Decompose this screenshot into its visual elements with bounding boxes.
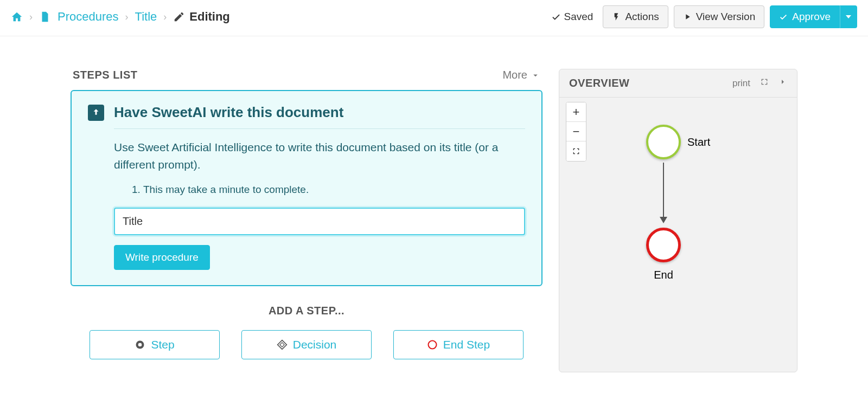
- add-decision-button[interactable]: Decision: [241, 330, 372, 359]
- ai-card-notes: This may take a minute to complete.: [143, 184, 525, 196]
- overview-panel: OVERVIEW print + − Start: [559, 69, 797, 372]
- breadcrumb-procedures[interactable]: Procedures: [58, 10, 119, 24]
- ai-card-note-1: This may take a minute to complete.: [143, 184, 525, 196]
- fullscreen-icon[interactable]: [760, 78, 769, 89]
- topbar-actions: Saved Actions View Version Approve: [551, 5, 857, 28]
- flow-diagram[interactable]: Start End: [559, 98, 797, 369]
- upload-icon: [88, 105, 104, 121]
- breadcrumb-separator: ›: [29, 11, 33, 23]
- end-node-circle: [646, 228, 681, 262]
- write-procedure-button[interactable]: Write procedure: [114, 245, 210, 270]
- more-label: More: [502, 69, 527, 81]
- check-icon: [779, 12, 788, 21]
- chevron-right-icon[interactable]: [778, 78, 787, 89]
- end-step-icon: [427, 339, 438, 350]
- ai-card-header: Have SweetAI write this document: [88, 104, 525, 121]
- add-step-row: Step Decision End Step: [71, 330, 542, 359]
- add-step-heading: ADD A STEP...: [71, 305, 542, 317]
- overview-actions: print: [732, 78, 787, 89]
- chevron-down-icon: [531, 70, 540, 80]
- home-icon[interactable]: [11, 11, 23, 23]
- view-version-label: View Version: [696, 11, 756, 23]
- breadcrumb-current-label: Editing: [189, 10, 230, 24]
- top-bar: › Procedures › Title › Editing Saved Act…: [0, 0, 868, 36]
- breadcrumb: › Procedures › Title › Editing: [11, 10, 230, 24]
- flow-arrow: [663, 163, 664, 222]
- svg-point-1: [138, 343, 142, 347]
- breadcrumb-title[interactable]: Title: [135, 10, 157, 24]
- pencil-icon: [173, 11, 185, 23]
- steps-column: STEPS LIST More Have SweetAI write this …: [71, 69, 542, 359]
- actions-label: Actions: [625, 11, 659, 23]
- decision-icon: [277, 339, 288, 350]
- actions-button[interactable]: Actions: [603, 5, 668, 28]
- add-end-step-button[interactable]: End Step: [393, 330, 524, 359]
- play-icon: [683, 12, 692, 21]
- add-decision-label: Decision: [293, 338, 337, 351]
- ai-prompt-input[interactable]: [114, 208, 525, 235]
- overview-heading: OVERVIEW: [569, 77, 629, 89]
- approve-label: Approve: [792, 11, 831, 23]
- step-icon: [135, 339, 145, 350]
- saved-indicator: Saved: [551, 11, 593, 23]
- steps-header: STEPS LIST More: [71, 69, 542, 81]
- breadcrumb-editing: Editing: [173, 10, 230, 24]
- ai-card: Have SweetAI write this document Use Swe…: [71, 90, 542, 286]
- saved-label: Saved: [564, 11, 593, 23]
- breadcrumb-separator: ›: [163, 11, 167, 23]
- steps-more-button[interactable]: More: [502, 69, 540, 81]
- main-content: STEPS LIST More Have SweetAI write this …: [0, 36, 868, 383]
- file-icon: [39, 11, 51, 23]
- breadcrumb-separator: ›: [125, 11, 129, 23]
- start-node-label: Start: [687, 136, 710, 149]
- ai-card-body: Use Sweet Artificial Intelligence to wri…: [114, 128, 525, 270]
- flow-node-start[interactable]: Start: [646, 125, 710, 159]
- chevron-down-icon: [846, 15, 851, 18]
- bolt-icon: [612, 12, 621, 21]
- ai-card-title: Have SweetAI write this document: [114, 104, 343, 121]
- add-step-label: Step: [151, 338, 174, 351]
- approve-button[interactable]: Approve: [770, 5, 840, 28]
- approve-button-group: Approve: [770, 5, 857, 28]
- flow-node-end[interactable]: End: [646, 228, 681, 281]
- ai-card-description: Use Sweet Artificial Intelligence to wri…: [114, 139, 525, 173]
- print-button[interactable]: print: [732, 78, 750, 89]
- end-node-label: End: [654, 269, 673, 281]
- overview-header: OVERVIEW print: [559, 69, 797, 98]
- add-step-button[interactable]: Step: [90, 330, 220, 359]
- start-node-circle: [646, 125, 681, 159]
- steps-heading: STEPS LIST: [73, 69, 137, 81]
- add-end-step-label: End Step: [443, 338, 490, 351]
- check-icon: [551, 12, 561, 22]
- view-version-button[interactable]: View Version: [674, 5, 765, 28]
- approve-dropdown-button[interactable]: [840, 5, 857, 28]
- svg-point-2: [428, 341, 436, 349]
